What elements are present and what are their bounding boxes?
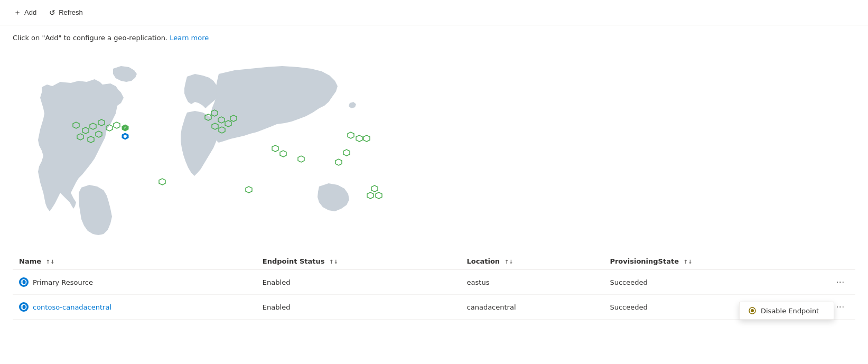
hex-marker-6 xyxy=(114,122,120,128)
col-location[interactable]: Location ↑↓ xyxy=(461,253,604,270)
svg-point-5 xyxy=(751,309,754,312)
add-button[interactable]: ＋ Add xyxy=(8,5,42,21)
refresh-button[interactable]: ↺ Refresh xyxy=(44,5,88,20)
cell-provisioning-state: Succeeded xyxy=(603,270,824,295)
disable-endpoint-menu-item[interactable]: Disable Endpoint xyxy=(740,302,834,319)
resource-icon xyxy=(19,302,29,312)
refresh-icon: ↺ xyxy=(49,8,55,17)
table-row: contoso-canadacentralEnabledcanadacentra… xyxy=(13,295,855,320)
asia xyxy=(209,66,338,143)
hex-af-south xyxy=(246,186,252,193)
sort-status-icon: ↑↓ xyxy=(329,259,338,265)
col-actions xyxy=(824,253,855,270)
hex-ea-3 xyxy=(363,135,370,142)
blue-check-text: ● xyxy=(124,134,127,138)
cell-endpoint-status: Enabled xyxy=(256,270,461,295)
greenland xyxy=(113,66,137,82)
sort-name-icon: ↑↓ xyxy=(46,259,55,265)
resource-name[interactable]: contoso-canadacentral xyxy=(33,303,111,311)
add-icon: ＋ xyxy=(14,8,21,17)
hex-me-2 xyxy=(280,151,286,157)
hex-me-1 xyxy=(272,145,278,152)
table-row: Primary ResourceEnabledeastusSucceeded··… xyxy=(13,270,855,295)
context-menu: Disable Endpoint xyxy=(739,302,834,320)
col-endpoint-status[interactable]: Endpoint Status ↑↓ xyxy=(256,253,461,270)
sort-location-icon: ↑↓ xyxy=(505,259,514,265)
main-content: Click on "Add" to configure a geo-replic… xyxy=(0,25,868,328)
disable-icon xyxy=(748,306,757,315)
hex-ea-2 xyxy=(356,135,362,142)
more-actions-button[interactable]: ··· xyxy=(832,275,849,289)
info-text: Click on "Add" to configure a geo-replic… xyxy=(13,34,855,42)
world-map: ✓ ● xyxy=(13,50,414,240)
toolbar: ＋ Add ↺ Refresh xyxy=(0,0,868,25)
cell-location: eastus xyxy=(461,270,604,295)
table-body: Primary ResourceEnabledeastusSucceeded··… xyxy=(13,270,855,320)
learn-more-link[interactable]: Learn more xyxy=(170,34,209,42)
hex-sa-brazil xyxy=(159,179,165,185)
cell-endpoint-status: Enabled xyxy=(256,295,461,320)
hex-sea-2 xyxy=(335,159,342,165)
hex-aus-2 xyxy=(376,192,382,199)
cell-location: canadacentral xyxy=(461,295,604,320)
add-label: Add xyxy=(24,8,36,16)
sort-prov-icon: ↑↓ xyxy=(684,259,693,265)
disable-label: Disable Endpoint xyxy=(761,307,819,315)
resource-icon xyxy=(19,277,29,287)
cell-name: contoso-canadacentral xyxy=(13,295,256,320)
table-header: Name ↑↓ Endpoint Status ↑↓ Location ↑↓ P… xyxy=(13,253,855,270)
more-actions-button[interactable]: ··· xyxy=(832,300,849,314)
svg-point-3 xyxy=(22,304,25,310)
hex-aus-1 xyxy=(367,192,374,199)
resource-name: Primary Resource xyxy=(33,278,93,286)
cell-name: Primary Resource xyxy=(13,270,256,295)
map-svg: ✓ ● xyxy=(13,50,414,240)
svg-point-1 xyxy=(22,279,25,285)
japan xyxy=(349,102,356,108)
check-text: ✓ xyxy=(124,125,127,130)
australia xyxy=(318,183,349,211)
col-name[interactable]: Name ↑↓ xyxy=(13,253,256,270)
col-provisioning-state[interactable]: ProvisioningState ↑↓ xyxy=(603,253,824,270)
hex-ea-1 xyxy=(348,132,354,138)
cell-actions: ··· xyxy=(824,270,855,295)
data-table: Name ↑↓ Endpoint Status ↑↓ Location ↑↓ P… xyxy=(13,253,855,320)
hex-sea-1 xyxy=(343,150,350,156)
south-america xyxy=(79,185,112,235)
hex-aus-3 xyxy=(371,185,378,192)
refresh-label: Refresh xyxy=(59,8,83,16)
table-wrapper: Name ↑↓ Endpoint Status ↑↓ Location ↑↓ P… xyxy=(13,253,855,320)
hex-sa-1 xyxy=(298,156,304,162)
